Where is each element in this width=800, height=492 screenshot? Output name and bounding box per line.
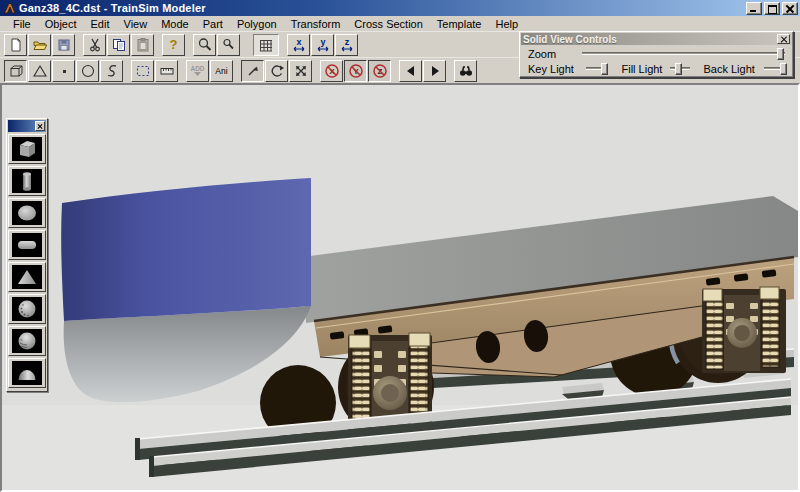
scale-tool-button[interactable] [289, 60, 312, 82]
ruler-icon [159, 63, 175, 79]
menu-help[interactable]: Help [488, 17, 525, 31]
menu-polygon[interactable]: Polygon [230, 17, 284, 31]
measure-tool-button[interactable] [155, 60, 178, 82]
cab-blue [61, 178, 311, 321]
next-button[interactable] [423, 60, 446, 82]
left-arrow-icon [403, 63, 419, 79]
axis-x-icon: x [291, 37, 307, 53]
zoom-in-button[interactable] [193, 34, 216, 56]
palette-close-button[interactable] [35, 121, 45, 131]
zoom-out-button[interactable] [217, 34, 240, 56]
palette-cone-button[interactable] [8, 262, 46, 292]
scissors-icon [87, 37, 103, 53]
previous-button[interactable] [399, 60, 422, 82]
lock-x-button[interactable]: X [320, 60, 343, 82]
selection-rect-icon [135, 63, 151, 79]
axis-z-button[interactable]: z [335, 34, 358, 56]
circle-tool-button[interactable] [76, 60, 99, 82]
key-light-slider[interactable] [586, 67, 607, 70]
palette-cylinder-button[interactable] [8, 166, 46, 196]
spline-tool-button[interactable] [100, 60, 123, 82]
minimize-button[interactable] [746, 2, 762, 15]
fill-light-slider[interactable] [670, 67, 690, 70]
move-tool-button[interactable] [241, 60, 264, 82]
fill-light-label: Fill Light [621, 63, 662, 75]
right-arrow-icon [427, 63, 443, 79]
scale-arrows-icon [293, 63, 309, 79]
title-bar[interactable]: Ganz38_4C.dst - TrainSim Modeler [0, 0, 800, 16]
find-button[interactable] [454, 60, 477, 82]
menu-edit[interactable]: Edit [84, 17, 117, 31]
down-arrow-icon [194, 72, 201, 76]
zoom-slider[interactable] [582, 52, 785, 55]
viewport[interactable] [0, 83, 800, 492]
point-icon [56, 63, 72, 79]
textured-sphere-icon [15, 298, 39, 320]
back-light-slider[interactable] [764, 67, 785, 70]
palette-title-bar[interactable] [8, 120, 46, 132]
no-y-axis-icon: Y [348, 63, 364, 79]
bogie-right [702, 287, 786, 373]
grid-toggle-button[interactable] [253, 34, 279, 56]
help-button[interactable]: ? [162, 34, 185, 56]
axis-x-button[interactable]: x [287, 34, 310, 56]
paste-button[interactable] [131, 34, 154, 56]
palette-dome-button[interactable] [8, 358, 46, 388]
menu-part[interactable]: Part [196, 17, 230, 31]
select-tool-button[interactable] [131, 60, 154, 82]
solid-view-controls-panel[interactable]: Solid View Controls Zoom Key Light Fill … [519, 31, 794, 78]
paste-clipboard-icon [135, 37, 151, 53]
close-button[interactable] [782, 2, 798, 15]
light-sliders-row: Key Light Fill Light Back Light [520, 61, 793, 76]
save-disk-icon [56, 37, 72, 53]
cone-shape-icon [15, 266, 39, 288]
svg-text:z: z [344, 37, 349, 47]
menu-template[interactable]: Template [430, 17, 489, 31]
palette-geosphere-button[interactable] [8, 326, 46, 356]
no-z-axis-icon: Z [372, 63, 388, 79]
palette-disc-button[interactable] [8, 230, 46, 260]
new-button[interactable] [4, 34, 27, 56]
binoculars-icon [458, 63, 474, 79]
axis-y-button[interactable]: y [311, 34, 334, 56]
copy-icon [111, 37, 127, 53]
palette-sphere-button[interactable] [8, 198, 46, 228]
copy-button[interactable] [107, 34, 130, 56]
box-outline-icon [8, 63, 24, 79]
triangle-outline-icon [32, 63, 48, 79]
save-button[interactable] [52, 34, 75, 56]
point-tool-button[interactable] [52, 60, 75, 82]
palette-textured-sphere-button[interactable] [8, 294, 46, 324]
key-light-label: Key Light [528, 63, 574, 75]
open-folder-icon [32, 37, 48, 53]
palette-box-button[interactable] [8, 134, 46, 164]
menu-bar: File Object Edit View Mode Part Polygon … [0, 16, 800, 31]
dome-shape-icon [15, 362, 39, 384]
no-x-axis-icon: X [324, 63, 340, 79]
open-button[interactable] [28, 34, 51, 56]
animation-button[interactable]: Ani [210, 60, 233, 82]
restore-button[interactable] [764, 2, 780, 15]
zoom-slider-label: Zoom [528, 48, 556, 60]
zoom-slider-row: Zoom [520, 46, 793, 61]
add-button[interactable]: ADD [186, 60, 209, 82]
help-icon: ? [170, 37, 178, 52]
lock-y-button[interactable]: Y [344, 60, 367, 82]
cut-button[interactable] [83, 34, 106, 56]
box-tool-button[interactable] [4, 60, 27, 82]
menu-file[interactable]: File [6, 17, 38, 31]
geosphere-icon [15, 330, 39, 352]
box-shape-icon [15, 138, 39, 160]
menu-view[interactable]: View [117, 17, 155, 31]
svg-text:y: y [320, 37, 325, 47]
shape-palette-window[interactable] [6, 118, 48, 392]
menu-object[interactable]: Object [38, 17, 84, 31]
menu-mode[interactable]: Mode [154, 17, 196, 31]
lock-z-button[interactable]: Z [368, 60, 391, 82]
panel-close-button[interactable] [777, 34, 790, 44]
triangle-tool-button[interactable] [28, 60, 51, 82]
solid-view-controls-title-bar[interactable]: Solid View Controls [521, 33, 792, 45]
menu-cross-section[interactable]: Cross Section [347, 17, 429, 31]
rotate-tool-button[interactable] [265, 60, 288, 82]
menu-transform[interactable]: Transform [284, 17, 348, 31]
